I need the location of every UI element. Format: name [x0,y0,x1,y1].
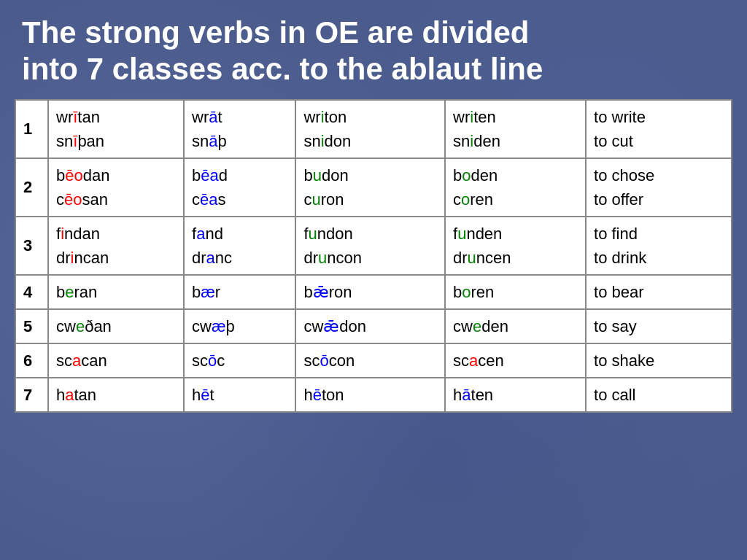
table-cell: writonsnidon [295,100,445,158]
table-cell: scōcon [295,343,445,378]
page-title: The strong verbs in OE are divided into … [0,0,747,99]
table-cell: cwǣdon [295,309,445,343]
table-cell: fanddranc [184,217,295,275]
table-cell: fundondruncon [295,217,445,275]
table-cell: hāten [445,378,586,412]
table-cell: bodencoren [445,158,586,217]
table-cell: hēt [184,378,295,412]
row-number: 1 [15,100,48,158]
table-cell-meaning: to call [586,378,732,412]
table-cell: wrītansnīþan [48,100,184,158]
table-cell: scacan [48,343,184,378]
table-row: 7 hatan hēt hēton hāten to call [15,378,732,412]
table-cell-meaning: to shake [586,343,732,378]
table-cell: writensniden [445,100,586,158]
table-row: 6 scacan scōc scōcon scacen to shake [15,343,732,378]
table-cell: boren [445,275,586,309]
table-cell: bēadcēas [184,158,295,217]
table-cell-meaning: to writeto cut [586,100,732,158]
table-cell: hatan [48,378,184,412]
table-cell: fundendruncen [445,217,586,275]
table-cell: cwæþ [184,309,295,343]
table-cell-meaning: to choseto offer [586,158,732,217]
row-number: 2 [15,158,48,217]
row-number: 5 [15,309,48,343]
row-number: 6 [15,343,48,378]
table-cell: wrātsnāþ [184,100,295,158]
table-row: 4 beran bær bǣron boren to bear [15,275,732,309]
table-cell: beran [48,275,184,309]
table-row: 2 bēodancēosan bēadcēas budoncuron boden… [15,158,732,217]
table-cell: cweðan [48,309,184,343]
row-number: 3 [15,217,48,275]
table-cell: bær [184,275,295,309]
row-number: 7 [15,378,48,412]
table-cell: bēodancēosan [48,158,184,217]
table-cell: scacen [445,343,586,378]
table-cell: cweden [445,309,586,343]
table-cell: hēton [295,378,445,412]
table-cell: budoncuron [295,158,445,217]
table-cell: bǣron [295,275,445,309]
table-cell: findandrincan [48,217,184,275]
table-row: 3 findandrincan fanddranc fundondruncon … [15,217,732,275]
table-cell-meaning: to findto drink [586,217,732,275]
table-cell-meaning: to bear [586,275,732,309]
table-cell-meaning: to say [586,309,732,343]
table-cell: scōc [184,343,295,378]
table-row: 5 cweðan cwæþ cwǣdon cweden to say [15,309,732,343]
verbs-table: 1 wrītansnīþan wrātsnāþ writonsnidon wri… [15,99,732,413]
table-row: 1 wrītansnīþan wrātsnāþ writonsnidon wri… [15,100,732,158]
row-number: 4 [15,275,48,309]
table-container: 1 wrītansnīþan wrātsnāþ writonsnidon wri… [0,99,747,420]
